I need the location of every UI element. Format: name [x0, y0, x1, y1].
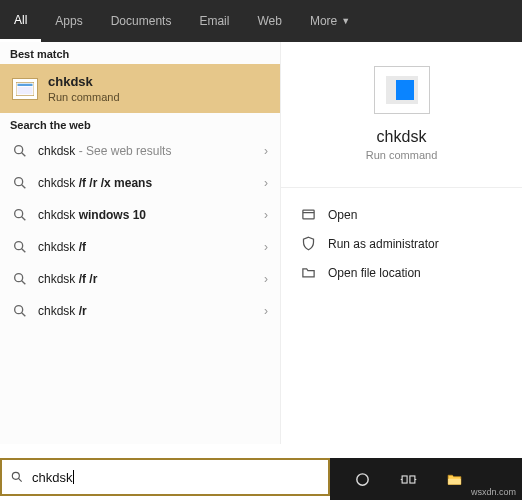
svg-line-8 [22, 217, 26, 221]
tab-more[interactable]: More▼ [296, 0, 364, 42]
suggestion-item[interactable]: chkdsk windows 10 › [0, 199, 280, 231]
best-match-item[interactable]: chkdsk Run command [0, 64, 280, 113]
svg-rect-15 [303, 210, 314, 219]
best-match-title: chkdsk [48, 74, 120, 89]
best-match-subtitle: Run command [48, 91, 120, 103]
command-icon [12, 78, 38, 100]
tab-all[interactable]: All [0, 0, 41, 42]
search-icon [12, 143, 28, 159]
chevron-right-icon: › [264, 144, 268, 158]
svg-point-18 [356, 473, 367, 484]
svg-line-14 [22, 313, 26, 317]
tab-web[interactable]: Web [243, 0, 295, 42]
svg-point-13 [15, 306, 23, 314]
cortana-button[interactable] [342, 460, 382, 498]
svg-rect-23 [448, 478, 461, 484]
preview-panel: chkdsk Run command Open Run as administr… [280, 42, 522, 444]
chevron-right-icon: › [264, 240, 268, 254]
svg-line-4 [22, 153, 26, 157]
svg-line-17 [18, 478, 21, 481]
preview-thumbnail [374, 66, 430, 114]
svg-point-3 [15, 146, 23, 154]
tab-email[interactable]: Email [185, 0, 243, 42]
suggestion-item[interactable]: chkdsk /f › [0, 231, 280, 263]
suggestion-item[interactable]: chkdsk /f /r › [0, 263, 280, 295]
search-icon [12, 303, 28, 319]
action-open-file-location[interactable]: Open file location [297, 258, 506, 287]
search-input[interactable]: chkdsk [0, 458, 330, 496]
search-query-text: chkdsk [32, 470, 72, 485]
tab-documents[interactable]: Documents [97, 0, 186, 42]
search-icon [12, 207, 28, 223]
chevron-right-icon: › [264, 208, 268, 222]
action-open[interactable]: Open [297, 200, 506, 229]
suggestion-item[interactable]: chkdsk /f /r /x means › [0, 167, 280, 199]
chevron-down-icon: ▼ [341, 16, 350, 26]
tab-apps[interactable]: Apps [41, 0, 96, 42]
svg-line-6 [22, 185, 26, 189]
text-cursor [73, 470, 74, 484]
svg-line-12 [22, 281, 26, 285]
svg-point-5 [15, 178, 23, 186]
svg-point-9 [15, 242, 23, 250]
action-run-as-admin[interactable]: Run as administrator [297, 229, 506, 258]
search-icon [12, 271, 28, 287]
chevron-right-icon: › [264, 272, 268, 286]
suggestion-item[interactable]: chkdsk /r › [0, 295, 280, 327]
preview-subtitle: Run command [366, 149, 438, 161]
svg-point-16 [12, 472, 19, 479]
folder-icon [301, 265, 316, 280]
preview-title: chkdsk [377, 128, 427, 146]
svg-rect-2 [18, 86, 33, 94]
svg-rect-1 [18, 83, 33, 85]
open-icon [301, 207, 316, 222]
svg-point-11 [15, 274, 23, 282]
search-icon [12, 175, 28, 191]
search-icon [10, 470, 24, 484]
search-tabs: All Apps Documents Email Web More▼ [0, 0, 522, 42]
results-panel: Best match chkdsk Run command Search the… [0, 42, 280, 444]
svg-line-10 [22, 249, 26, 253]
shield-icon [301, 236, 316, 251]
chevron-right-icon: › [264, 176, 268, 190]
svg-rect-20 [409, 475, 414, 482]
svg-point-7 [15, 210, 23, 218]
watermark: wsxdn.com [471, 487, 516, 497]
search-icon [12, 239, 28, 255]
svg-rect-19 [402, 475, 407, 482]
task-view-button[interactable] [388, 460, 428, 498]
file-explorer-button[interactable] [434, 460, 474, 498]
chevron-right-icon: › [264, 304, 268, 318]
suggestion-item[interactable]: chkdsk - See web results › [0, 135, 280, 167]
best-match-label: Best match [0, 42, 280, 64]
search-web-label: Search the web [0, 113, 280, 135]
